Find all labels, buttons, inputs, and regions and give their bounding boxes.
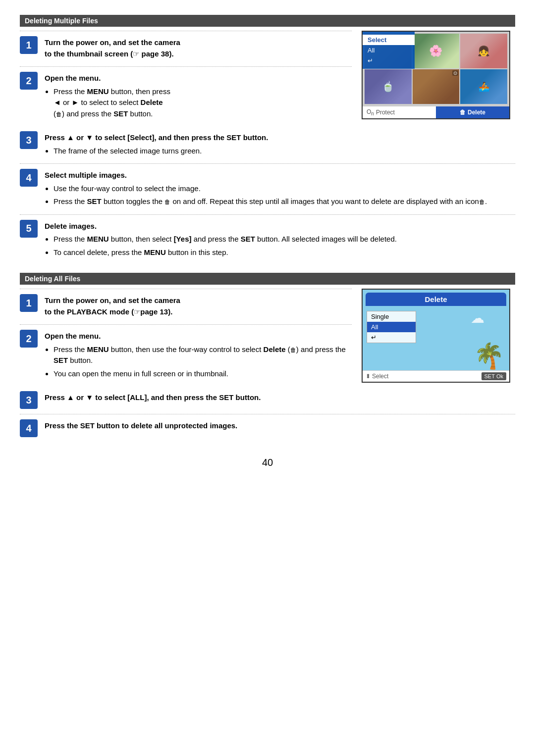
step-all-number-3: 3 xyxy=(20,391,38,409)
step-all-4: 4 Press the SET button to delete all unp… xyxy=(20,414,515,442)
step-all-4-text: Press the SET button to delete all unpro… xyxy=(45,420,515,432)
step1-text: Turn the power on, and set the camera to… xyxy=(45,37,352,59)
step-multiple-3: 3 Press ▲ or ▼ to select [Select], and t… xyxy=(20,126,515,164)
delete-screen-body: 🌴 ☁ Single All ↵ xyxy=(363,306,509,370)
step-all-2: 2 Open the menu. Press the MENU button, … xyxy=(20,325,352,386)
step-multiple-5: 5 Delete images. Press the MENU button, … xyxy=(20,215,515,265)
ok-label: Ok xyxy=(496,373,503,379)
menu-item-back: ↵ xyxy=(363,55,415,66)
page-number: 40 xyxy=(20,457,515,468)
thumb-2: 🌸 xyxy=(413,34,460,68)
thumb-3: 👧 xyxy=(460,34,507,68)
step-content-5: Delete images. Press the MENU button, th… xyxy=(45,220,515,260)
step-content-4: Select multiple images. Use the four-way… xyxy=(45,169,515,209)
menu-item-select: Select xyxy=(363,35,415,45)
camera-screen-multiple-wrapper: ⚙ 🌸 👧 🍵 ⊙ xyxy=(362,31,515,119)
cloud-icon: ☁ xyxy=(471,310,484,326)
trash-icon: 🗑 xyxy=(460,109,466,116)
thumb-5: ⊙ xyxy=(413,69,460,104)
step-number-5: 5 xyxy=(20,220,38,238)
step-all-content-1: Turn the power on, and set the camera to… xyxy=(45,294,352,319)
camera-delete-btn: 🗑 Delete xyxy=(436,106,509,118)
delete-menu-box: Single All ↵ xyxy=(367,311,416,343)
camera-protect-btn: On Protect xyxy=(363,106,436,118)
multiple-content: 1 Turn the power on, and set the camera … xyxy=(20,31,515,126)
step3-bullet: The frame of the selected image turns gr… xyxy=(54,146,515,157)
step-content-3: Press ▲ or ▼ to select [Select], and the… xyxy=(45,131,515,158)
thumbnail-grid-container: ⚙ 🌸 👧 🍵 ⊙ xyxy=(363,32,509,106)
delete-bottom-bar: ⬍ Select SET Ok xyxy=(363,370,509,382)
step5-bullet1: Press the MENU button, then select [Yes]… xyxy=(54,234,515,245)
step-content-2: Open the menu. Press the MENU button, th… xyxy=(45,72,352,121)
delete-menu-single: Single xyxy=(367,311,416,322)
thumb-6: 🚣 xyxy=(460,69,507,104)
step-number-4: 4 xyxy=(20,169,38,187)
steps-left-multiple: 1 Turn the power on, and set the camera … xyxy=(20,31,352,126)
step-all-2-bullet2: You can open the menu in full screen or … xyxy=(54,368,352,380)
select-arrow-icon: ⬍ xyxy=(366,373,371,380)
step-multiple-4: 4 Select multiple images. Use the four-w… xyxy=(20,164,515,215)
thumb-4: 🍵 xyxy=(365,69,412,104)
thumb-icon-5: ⊙ xyxy=(452,70,458,76)
step-all-1: 1 Turn the power on, and set the camera … xyxy=(20,289,352,325)
camera-screen-multiple: ⚙ 🌸 👧 🍵 ⊙ xyxy=(362,31,510,119)
section-header-all: Deleting All Files xyxy=(20,273,515,285)
delete-menu-all: All xyxy=(367,322,416,332)
on-label: On xyxy=(367,108,374,116)
screen-menu-overlay: Select All ↵ xyxy=(363,32,415,69)
all-content: 1 Turn the power on, and set the camera … xyxy=(20,289,515,386)
step-all-3-text: Press ▲ or ▼ to select [ALL], and then p… xyxy=(45,392,515,403)
step-number-3: 3 xyxy=(20,131,38,149)
section-header-multiple: Deleting Multiple Files xyxy=(20,15,515,27)
step-multiple-2: 2 Open the menu. Press the MENU button, … xyxy=(20,67,352,126)
camera-bottom-bar: On Protect 🗑 Delete xyxy=(363,106,509,118)
set-label: SET xyxy=(484,373,495,379)
steps-left-all: 1 Turn the power on, and set the camera … xyxy=(20,289,352,386)
step-all-content-2: Open the menu. Press the MENU button, th… xyxy=(45,330,352,381)
step5-bullet2: To cancel delete, press the MENU button … xyxy=(54,247,515,258)
step-all-1-text: Turn the power on, and set the camera to… xyxy=(45,295,352,317)
select-text: Select xyxy=(372,373,388,380)
camera-screen-delete: Delete 🌴 ☁ Single All ↵ ⬍ xyxy=(362,289,510,383)
delete-menu-back: ↵ xyxy=(367,332,416,343)
delete-select-label: ⬍ Select xyxy=(366,373,388,380)
delete-title-bar: Delete xyxy=(366,293,506,306)
protect-label: Protect xyxy=(376,109,395,116)
step4-bullet2: Press the SET button toggles the 🗑 on an… xyxy=(54,196,515,207)
step-all-3: 3 Press ▲ or ▼ to select [ALL], and then… xyxy=(20,386,515,414)
menu-item-all: All xyxy=(363,45,415,55)
delete-ok-label: SET Ok xyxy=(482,372,506,380)
step-all-number-4: 4 xyxy=(20,419,38,437)
step-number-2: 2 xyxy=(20,72,38,90)
step-all-number-2: 2 xyxy=(20,330,38,348)
palm-tree-icon: 🌴 xyxy=(474,342,504,370)
step-all-content-4: Press the SET button to delete all unpro… xyxy=(45,419,515,434)
step3-text: Press ▲ or ▼ to select [Select], and the… xyxy=(45,132,515,144)
step2-bullet1: Press the MENU button, then press ◄ or ►… xyxy=(54,86,352,120)
step-all-number-1: 1 xyxy=(20,294,38,312)
step4-bullet1: Use the four-way control to select the i… xyxy=(54,183,515,195)
delete-label: Delete xyxy=(468,109,485,116)
section-all-files: Deleting All Files 1 Turn the power on, … xyxy=(20,273,515,442)
step-multiple-1: 1 Turn the power on, and set the camera … xyxy=(20,31,352,67)
step-all-content-3: Press ▲ or ▼ to select [ALL], and then p… xyxy=(45,391,515,405)
section-multiple-files: Deleting Multiple Files 1 Turn the power… xyxy=(20,15,515,265)
camera-screen-delete-wrapper: Delete 🌴 ☁ Single All ↵ ⬍ xyxy=(362,289,515,383)
step-content-1: Turn the power on, and set the camera to… xyxy=(45,36,352,61)
step-number-1: 1 xyxy=(20,36,38,54)
step-all-2-bullet1: Press the MENU button, then use the four… xyxy=(54,344,352,366)
